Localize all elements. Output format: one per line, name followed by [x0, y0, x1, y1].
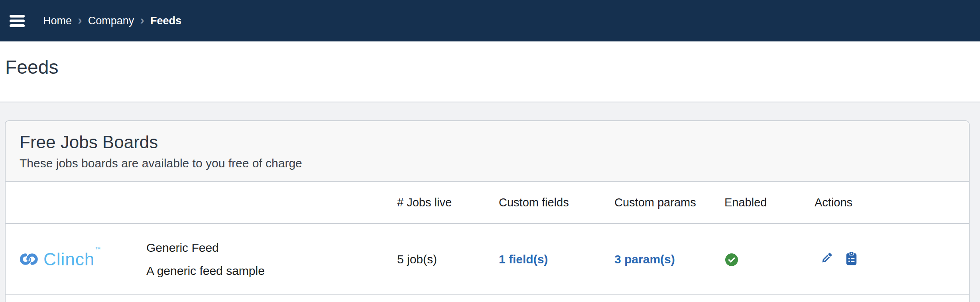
- col-actions: Actions: [815, 182, 969, 224]
- cell-custom-fields: 1 field(s): [499, 224, 614, 295]
- table-row: Clinch™ Generic Feed A generic feed samp…: [6, 224, 969, 295]
- custom-params-link[interactable]: 3 param(s): [614, 253, 675, 266]
- feed-description: A generic feed sample: [146, 264, 397, 278]
- breadcrumb: Home › Company › Feeds: [43, 14, 181, 27]
- feeds-table: # Jobs live Custom fields Custom params …: [6, 182, 969, 302]
- cell-custom-params: 3 param(s): [614, 224, 724, 295]
- pencil-icon: [819, 252, 833, 265]
- cell-logo: Clinch™: [6, 224, 146, 295]
- top-nav-bar: Home › Company › Feeds: [0, 0, 980, 41]
- col-name: [146, 182, 397, 224]
- menu-button[interactable]: [10, 15, 25, 27]
- col-enabled: Enabled: [724, 182, 815, 224]
- col-custom-fields: Custom fields: [499, 182, 614, 224]
- free-jobs-boards-panel: Free Jobs Boards These jobs boards are a…: [5, 120, 970, 302]
- next-row-partial: [6, 295, 969, 302]
- page-title: Feeds: [5, 56, 58, 78]
- hamburger-icon: [10, 15, 25, 18]
- check-circle-icon: [725, 253, 738, 266]
- chevron-right-icon: ›: [78, 14, 82, 26]
- breadcrumb-company[interactable]: Company: [88, 15, 134, 27]
- panel-title: Free Jobs Boards: [20, 132, 969, 153]
- clinch-logo: Clinch™: [20, 251, 146, 268]
- edit-feed-button[interactable]: [819, 252, 833, 267]
- clinch-logo-text: Clinch™: [43, 251, 100, 268]
- col-logo: [6, 182, 146, 224]
- jobs-live-value: 5 job(s): [397, 253, 437, 266]
- table-header-row: # Jobs live Custom fields Custom params …: [6, 182, 969, 224]
- feed-name: Generic Feed: [146, 241, 397, 255]
- panel-subtitle: These jobs boards are available to you f…: [20, 157, 969, 170]
- cell-actions: [815, 224, 969, 295]
- breadcrumb-home[interactable]: Home: [43, 15, 72, 27]
- cell-feed-name: Generic Feed A generic feed sample: [146, 224, 397, 295]
- clipboard-list-icon: [846, 252, 857, 265]
- feed-logs-button[interactable]: [846, 252, 857, 267]
- col-jobs-live: # Jobs live: [397, 182, 499, 224]
- cell-enabled: [724, 224, 815, 295]
- chevron-right-icon: ›: [140, 14, 144, 26]
- clinch-logo-icon: [20, 252, 39, 267]
- trademark-mark: ™: [95, 246, 101, 252]
- cell-jobs-live: 5 job(s): [397, 224, 499, 295]
- col-custom-params: Custom params: [614, 182, 724, 224]
- custom-fields-link[interactable]: 1 field(s): [499, 253, 548, 266]
- breadcrumb-current: Feeds: [150, 15, 181, 27]
- panel-header: Free Jobs Boards These jobs boards are a…: [6, 121, 969, 182]
